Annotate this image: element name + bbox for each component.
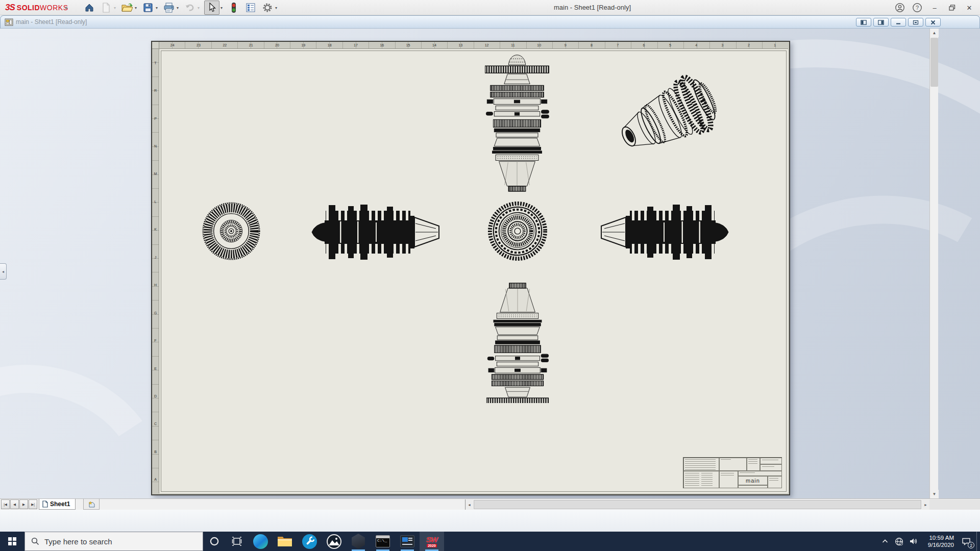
doc-minimize-button[interactable]	[891, 18, 906, 27]
restore-button[interactable]	[943, 0, 961, 15]
close-button[interactable]: ✕	[961, 0, 978, 15]
scroll-down-arrow[interactable]: ▼	[930, 490, 939, 498]
save-icon	[143, 3, 153, 13]
taskbar-hexagon-app[interactable]	[346, 532, 371, 551]
start-button[interactable]	[0, 532, 24, 551]
doc-close-button[interactable]	[925, 18, 941, 27]
taskbar-media-app[interactable]	[395, 532, 420, 551]
account-button[interactable]	[891, 0, 909, 15]
ruler-number: 2	[736, 42, 762, 48]
scrollbar-corner	[929, 499, 980, 510]
new-document-caret[interactable]: ▾	[113, 6, 117, 10]
ruler-number: 16	[369, 42, 395, 48]
scroll-left-arrow[interactable]: ◄	[465, 499, 473, 510]
options-caret[interactable]: ▾	[274, 6, 278, 10]
stoplight-button[interactable]	[227, 1, 240, 14]
home-icon	[84, 3, 94, 13]
minimize-button[interactable]: –	[926, 0, 943, 15]
clock-date: 9/16/2020	[928, 541, 954, 548]
volume-button[interactable]	[906, 532, 920, 551]
ruler-top: 242322212019181716151413121110987654321	[159, 42, 788, 49]
sheet-navigation: |◀ ◀ ▶ ▶|	[1, 499, 37, 509]
show-desktop-button[interactable]	[976, 532, 980, 551]
network-button[interactable]	[892, 532, 906, 551]
horizontal-scrollbar-thumb[interactable]	[474, 500, 921, 509]
taskbar-search-input[interactable]: Type here to search	[24, 532, 203, 551]
scroll-right-arrow[interactable]: ►	[922, 499, 929, 510]
add-sheet-button[interactable]	[83, 499, 100, 510]
cortana-button[interactable]	[203, 532, 226, 551]
ruler-number: 22	[212, 42, 238, 48]
help-button[interactable]: ?	[909, 0, 926, 15]
scroll-up-arrow[interactable]: ▲	[930, 29, 939, 37]
components-panel-button[interactable]	[244, 1, 257, 14]
clock[interactable]: 10:59 AM 9/16/2020	[920, 532, 956, 551]
ruler-number: 7	[605, 42, 631, 48]
drawing-view-left-side[interactable]	[310, 202, 443, 262]
taskbar-file-explorer[interactable]	[273, 532, 297, 551]
undo-button[interactable]	[183, 1, 197, 14]
taskbar-command-prompt[interactable]: C:\_	[371, 532, 395, 551]
title-block-cell	[768, 476, 782, 488]
vertical-scrollbar[interactable]: ▲ ▼	[929, 29, 938, 498]
drawing-canvas[interactable]: ◂ 24232221201918171615141312111098765432…	[0, 29, 980, 498]
taskbar-photos[interactable]	[322, 532, 346, 551]
drawing-view-right-side[interactable]	[597, 202, 730, 262]
ruler-number: 5	[657, 42, 683, 48]
save-caret[interactable]: ▾	[155, 6, 159, 10]
options-button[interactable]	[261, 1, 274, 14]
horizontal-scrollbar[interactable]: ◄ ►	[465, 499, 929, 510]
gear-icon	[262, 2, 273, 13]
select-tool-button[interactable]	[204, 1, 219, 15]
print-button[interactable]	[162, 1, 176, 14]
ruler-number: 15	[395, 42, 421, 48]
print-caret[interactable]: ▾	[176, 6, 180, 10]
last-sheet-button[interactable]: ▶|	[29, 499, 37, 509]
tab-sheet1[interactable]: Sheet1	[39, 499, 76, 510]
next-sheet-button[interactable]: ▶	[19, 499, 28, 509]
collapsed-panel-handle[interactable]: ◂	[0, 263, 7, 280]
photos-icon	[327, 534, 341, 549]
select-tool-caret[interactable]: ▾	[219, 6, 224, 10]
task-view-button[interactable]	[226, 532, 248, 551]
drawing-view-bottom[interactable]	[481, 268, 554, 403]
taskbar-solidworks[interactable]: SW 2020	[420, 532, 444, 551]
undo-caret[interactable]: ▾	[197, 6, 201, 10]
title-block[interactable]: main	[683, 457, 782, 488]
menu-expand-arrow-icon[interactable]: ▸	[65, 0, 68, 15]
taskbar-edge[interactable]	[248, 532, 273, 551]
title-block-cell	[760, 464, 782, 471]
drawing-view-rear[interactable]	[487, 201, 548, 261]
drawing-view-isometric[interactable]	[611, 68, 729, 164]
doc-minimize-icon	[895, 20, 901, 25]
cortana-icon	[209, 536, 219, 546]
previous-sheet-button[interactable]: ◀	[10, 499, 19, 509]
drawing-view-top[interactable]	[481, 53, 553, 192]
ruler-number: 24	[159, 42, 185, 48]
home-button[interactable]	[83, 1, 96, 14]
tray-expand-button[interactable]	[878, 532, 892, 551]
open-caret[interactable]: ▾	[134, 6, 138, 10]
drawing-sheet[interactable]: main	[159, 49, 788, 493]
first-sheet-button[interactable]: |◀	[1, 499, 10, 509]
toggle-right-panel-button[interactable]	[873, 18, 889, 27]
new-document-button[interactable]	[100, 1, 113, 14]
open-button[interactable]	[120, 1, 134, 14]
notification-center-button[interactable]: 2	[956, 532, 976, 551]
notification-badge: 2	[968, 542, 974, 548]
speaker-icon	[909, 537, 918, 545]
ruler-letter: B	[152, 438, 159, 465]
clock-time: 10:59 AM	[929, 534, 954, 541]
ruler-letter: J	[152, 243, 159, 271]
toggle-left-panel-button[interactable]	[856, 18, 871, 27]
drawing-view-front-fan[interactable]	[201, 201, 261, 261]
screen: 3S SOLIDWORKS ▸ ▾ ▾	[0, 0, 980, 551]
windows-taskbar: Type here to search	[0, 532, 980, 551]
taskbar-support-tool[interactable]	[297, 532, 322, 551]
add-sheet-icon	[88, 501, 95, 508]
vertical-scrollbar-thumb[interactable]	[930, 38, 938, 87]
save-button[interactable]	[141, 1, 155, 14]
ruler-number: 13	[448, 42, 474, 48]
doc-restore-button[interactable]	[908, 18, 923, 27]
restore-icon	[949, 5, 955, 11]
